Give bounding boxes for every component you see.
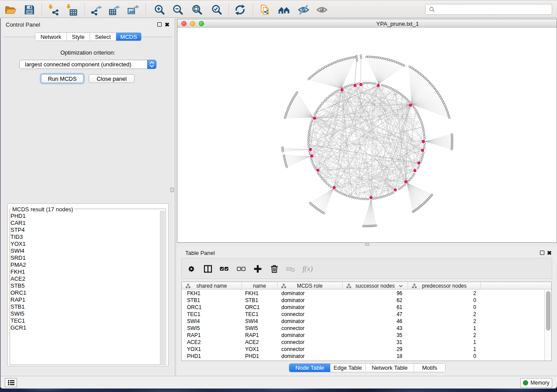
save-session-button[interactable] [23,3,35,16]
select-all-button[interactable] [218,263,230,275]
zoom-fit-button[interactable] [191,3,203,16]
close-icon[interactable]: ✖ [165,23,170,27]
export-image-button[interactable] [127,3,139,16]
mcds-result-item[interactable]: CAR1 [8,220,157,227]
mcds-result-item[interactable]: FKH1 [8,268,157,275]
mcds-result-item[interactable]: PMA2 [8,261,157,268]
close-panel-button[interactable]: Close panel [89,74,135,83]
network-view-frame: YPA_prune.txt_1 [177,19,557,243]
minimize-traffic-light[interactable] [190,21,195,26]
optimization-criterion-select[interactable]: largest connected component (undirected) [19,60,156,69]
control-panel-title: Control Panel [6,21,40,28]
table-scrollbar[interactable] [544,290,551,361]
tab-network[interactable]: Network [35,33,67,41]
import-network-button[interactable] [47,3,59,16]
run-mcds-button[interactable]: Run MCDS [41,74,83,83]
fx-icon: f(x) [302,265,313,273]
column-header-successor-nodes[interactable]: successor nodes [343,282,408,289]
zoom-out-button[interactable] [172,3,184,16]
tab-mcds[interactable]: MCDS [116,33,141,41]
memory-button[interactable]: Memory [520,378,552,388]
close-traffic-light[interactable] [181,21,187,26]
search-box[interactable] [425,4,552,15]
tab-select[interactable]: Select [90,33,116,41]
add-column-button[interactable] [252,263,264,275]
table-row[interactable]: ORC1 ORC1 dominator 61 0 [182,304,545,311]
table-row[interactable]: SWI5 SWI5 connector 43 1 [182,325,545,332]
table-header-row: shared name name MCDS role successor nod… [182,282,551,289]
panel-layout-button[interactable] [202,263,214,275]
mcds-result-item[interactable]: SRD1 [8,254,157,261]
mcds-result-item[interactable]: PHD1 [8,213,157,220]
table-row[interactable]: SWI4 SWI4 dominator 46 2 [182,318,545,325]
mcds-result-item[interactable]: RAP1 [8,296,157,303]
tab-network-table[interactable]: Network Table [366,364,414,372]
tab-node-table[interactable]: Node Table [289,364,330,372]
column-settings-button[interactable] [185,263,197,275]
zoom-in-button[interactable] [153,3,166,16]
result-list-scrollbar[interactable] [160,211,165,365]
table-row[interactable]: YOX1 YOX1 connector 29 1 [182,346,545,353]
mcds-result-item[interactable]: GCR1 [8,324,157,331]
mcds-result-item[interactable]: YOX1 [8,241,157,248]
import-table-button[interactable] [65,3,77,16]
zoom-fit-icon [191,4,203,16]
tab-style[interactable]: Style [67,33,90,41]
table-row[interactable]: PHD1 PHD1 dominator 18 0 [182,353,545,360]
export-network-button[interactable] [90,3,102,16]
column-header-name[interactable]: name [242,282,277,289]
search-icon [429,7,435,13]
duplicate-network-button[interactable] [259,3,271,16]
mcds-result-item[interactable]: TID3 [8,234,157,241]
zoom-traffic-light[interactable] [199,21,204,26]
table-row[interactable]: RAP1 RAP1 dominator 35 2 [182,332,545,339]
table-toolbar: f(x) [181,258,552,279]
mcds-result-item[interactable]: SWI4 [8,248,157,254]
export-table-button[interactable] [108,3,120,16]
float-icon[interactable] [157,22,162,27]
task-history-button[interactable] [5,378,17,387]
mcds-result-item[interactable]: SWI5 [8,310,157,317]
float-icon[interactable] [540,251,544,255]
column-header-shared-name[interactable]: shared name [182,282,242,289]
tab-edge-table[interactable]: Edge Table [330,364,366,372]
open-file-button[interactable] [4,3,16,16]
node-table: shared name name MCDS role successor nod… [181,282,552,361]
control-panel-tabs: NetworkStyleSelectMCDS [35,32,142,41]
mcds-result-item[interactable]: STB5 [8,282,157,289]
mcds-result-item[interactable]: STP4 [8,227,157,234]
tab-motifs[interactable]: Motifs [414,364,445,372]
deselect-all-button[interactable] [235,263,247,275]
import-net-icon [48,4,59,16]
hide-selected-button[interactable] [298,3,310,16]
mcds-result-item[interactable]: STB1 [8,303,157,310]
splitter-grip[interactable] [365,243,369,246]
first-neighbors-button[interactable] [278,3,290,16]
network-frame-titlebar[interactable]: YPA_prune.txt_1 [177,19,557,28]
table-row[interactable]: FKH1 FKH1 dominator 96 2 [182,290,545,297]
close-icon[interactable]: ✖ [547,251,552,255]
mcds-result-item[interactable]: ACE2 [8,275,157,282]
show-all-button[interactable] [316,3,328,16]
table-row[interactable]: ACE2 ACE2 connector 31 1 [182,339,545,346]
table-scrollbar-thumb[interactable] [546,291,550,330]
column-header-MCDS-role[interactable]: MCDS role [277,282,343,289]
table-row[interactable]: STB1 STB1 dominator 62 0 [182,297,545,304]
network-canvas[interactable] [177,28,557,242]
search-input[interactable] [435,7,552,13]
mcds-result-item[interactable]: ORC1 [8,289,157,296]
horizontal-splitter[interactable] [177,243,557,247]
column-header-empty[interactable] [481,282,545,289]
zoom-selected-button[interactable] [211,3,223,16]
column-type-icon [412,284,417,288]
toolbar-separator [42,3,42,15]
apply-layout-button[interactable] [234,3,246,16]
houses-icon [278,4,290,16]
delete-column-button[interactable] [268,263,280,275]
mcds-result-list[interactable]: PHD1CAR1STP4TID3YOX1SWI4SRD1PMA2FKH1ACE2… [8,213,157,331]
column-header-predecessor-nodes[interactable]: predecessor nodes [408,282,481,289]
table-row[interactable]: TEC1 TEC1 connector 47 2 [182,311,545,318]
splitter-grip[interactable] [170,188,174,192]
mcds-result-item[interactable]: TEC1 [8,317,157,324]
plus-icon [253,264,263,274]
